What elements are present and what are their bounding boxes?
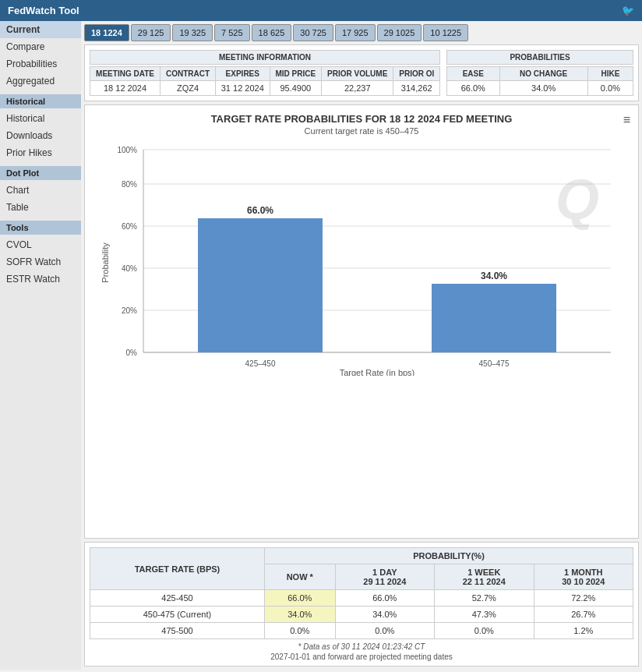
sidebar-section-dot-plot: Dot Plot <box>0 166 81 180</box>
prob-value-cell: 0.0% <box>435 623 534 639</box>
sidebar-item-historical[interactable]: Historical <box>0 110 81 127</box>
svg-text:80%: 80% <box>122 180 137 189</box>
svg-text:66.0%: 66.0% <box>247 205 273 216</box>
meeting-headers: MEETING DATECONTRACTEXPIRESMID PRICEPRIO… <box>90 67 440 81</box>
col-1month: 1 MONTH 30 10 2024 <box>534 564 633 590</box>
bar-chart: 0% 20% 40% 60% 80% 100% 66.0% 425–450 34… <box>93 142 630 376</box>
meeting-col-header: EXPIRES <box>215 67 270 81</box>
prob-value-cell: 66.0% <box>335 590 434 607</box>
sidebar-item-prior-hikes[interactable]: Prior Hikes <box>0 144 81 161</box>
svg-text:60%: 60% <box>122 222 137 231</box>
sidebar-item-sofr-watch[interactable]: SOFR Watch <box>0 253 81 271</box>
chart-menu-icon[interactable]: ≡ <box>623 113 630 127</box>
prob-headers: EASENO CHANGEHIKE <box>447 67 633 81</box>
tab-6[interactable]: 17 925 <box>335 24 376 41</box>
tab-7[interactable]: 29 1025 <box>377 24 422 41</box>
sidebar-item-probabilities[interactable]: Probabilities <box>0 55 81 73</box>
tab-2[interactable]: 19 325 <box>172 24 213 41</box>
prob-data: 66.0%34.0%0.0% <box>447 81 633 96</box>
svg-text:Target Rate (in bps): Target Rate (in bps) <box>340 368 415 376</box>
prob-value-cell: 47.3% <box>435 607 534 623</box>
probability-table: TARGET RATE (BPS) PROBABILITY(%) NOW * 1… <box>90 547 633 639</box>
meeting-info-header: MEETING INFORMATION <box>90 50 440 65</box>
tab-8[interactable]: 10 1225 <box>423 24 468 41</box>
col-probability-header: PROBABILITY(%) <box>264 548 633 564</box>
prob-col-header: HIKE <box>587 67 633 81</box>
sidebar-section-tools: Tools <box>0 221 81 235</box>
probabilities-section: PROBABILITIES EASENO CHANGEHIKE 66.0%34.… <box>446 50 633 96</box>
svg-text:40%: 40% <box>122 264 137 273</box>
main-content: 18 122429 12519 3257 52518 62530 72517 9… <box>81 21 642 670</box>
sidebar-section-historical: Historical <box>0 94 81 108</box>
tab-3[interactable]: 7 525 <box>214 24 250 41</box>
meeting-cell: 95.4900 <box>270 81 321 96</box>
svg-text:0%: 0% <box>126 348 138 357</box>
svg-text:Probability: Probability <box>101 242 110 283</box>
prob-col-header: EASE <box>447 67 500 81</box>
prob-col-header: NO CHANGE <box>499 67 587 81</box>
svg-text:450–475: 450–475 <box>479 359 510 368</box>
table-row: 425-45066.0%66.0%52.7%72.2% <box>90 590 633 607</box>
bar-450-475 <box>432 284 556 352</box>
prob-value-cell: 0.0% <box>335 623 434 639</box>
bar-425-450 <box>198 218 323 352</box>
footnote2: 2027-01-01 and forward are projected mee… <box>90 653 633 661</box>
bottom-table-card: TARGET RATE (BPS) PROBABILITY(%) NOW * 1… <box>84 542 639 667</box>
meeting-cell: 22,237 <box>321 81 393 96</box>
prob-value-cell: 1.2% <box>534 623 633 639</box>
chart-title: TARGET RATE PROBABILITIES FOR 18 12 2024… <box>93 113 630 125</box>
sidebar-item-aggregated[interactable]: Aggregated <box>0 73 81 90</box>
prob-value-cell: 0.0% <box>264 623 335 639</box>
col-target-rate: TARGET RATE (BPS) <box>90 548 265 590</box>
svg-text:425–450: 425–450 <box>245 359 276 368</box>
table-row: 475-5000.0%0.0%0.0%1.2% <box>90 623 633 639</box>
sidebar-item-table[interactable]: Table <box>0 199 81 216</box>
prob-bottom-body: 425-45066.0%66.0%52.7%72.2%450-475 (Curr… <box>90 590 633 639</box>
prob-value-cell: 52.7% <box>435 590 534 607</box>
table-row: 450-475 (Current)34.0%34.0%47.3%26.7% <box>90 607 633 623</box>
sidebar-item-chart[interactable]: Chart <box>0 182 81 199</box>
sidebar-item-current[interactable]: Current <box>0 21 81 38</box>
twitter-icon: 🐦 <box>622 5 634 16</box>
tab-0[interactable]: 18 1224 <box>84 24 129 41</box>
meeting-col-header: CONTRACT <box>160 67 216 81</box>
tab-4[interactable]: 18 625 <box>252 24 292 41</box>
meeting-col-header: PRIOR OI <box>393 67 440 81</box>
meeting-col-header: MEETING DATE <box>90 67 160 81</box>
prob-cell: 34.0% <box>499 81 587 96</box>
sidebar-item-estr-watch[interactable]: ESTR Watch <box>0 271 81 288</box>
tab-5[interactable]: 30 725 <box>293 24 333 41</box>
sidebar-item-downloads[interactable]: Downloads <box>0 127 81 144</box>
prob-value-cell: 72.2% <box>534 590 633 607</box>
sidebar-item-cvol[interactable]: CVOL <box>0 236 81 253</box>
meeting-col-header: MID PRICE <box>270 67 321 81</box>
prob-value-cell: 34.0% <box>335 607 434 623</box>
svg-text:100%: 100% <box>117 146 137 154</box>
meeting-cell: 18 12 2024 <box>90 81 160 96</box>
col-1week: 1 WEEK 22 11 2024 <box>435 564 534 590</box>
prob-cell: 0.0% <box>587 81 633 96</box>
chart-subtitle: Current target rate is 450–475 <box>93 126 630 136</box>
meeting-info-table: MEETING DATECONTRACTEXPIRESMID PRICEPRIO… <box>90 66 440 96</box>
app-title: FedWatch Tool <box>8 5 79 16</box>
prob-value-cell: 26.7% <box>534 607 633 623</box>
sidebar: Current Compare Probabilities Aggregated… <box>0 21 81 670</box>
probabilities-header: PROBABILITIES <box>446 50 633 65</box>
titlebar: FedWatch Tool 🐦 <box>0 0 642 21</box>
meeting-col-header: PRIOR VOLUME <box>321 67 393 81</box>
svg-text:34.0%: 34.0% <box>481 271 507 281</box>
rate-cell: 450-475 (Current) <box>90 607 265 623</box>
probabilities-table: EASENO CHANGEHIKE 66.0%34.0%0.0% <box>446 66 633 96</box>
sidebar-item-compare[interactable]: Compare <box>0 38 81 55</box>
prob-cell: 66.0% <box>447 81 500 96</box>
rate-cell: 475-500 <box>90 623 265 639</box>
meeting-card: MEETING INFORMATION MEETING DATECONTRACT… <box>84 44 639 101</box>
meeting-cell: ZQZ4 <box>160 81 216 96</box>
prob-value-cell: 66.0% <box>264 590 335 607</box>
meeting-data: 18 12 2024ZQZ431 12 202495.490022,237314… <box>90 81 440 96</box>
rate-cell: 425-450 <box>90 590 265 607</box>
col-1day: 1 DAY 29 11 2024 <box>335 564 434 590</box>
prob-value-cell: 34.0% <box>264 607 335 623</box>
footnote: * Data as of 30 11 2024 01:23:42 CT <box>90 642 633 651</box>
tab-1[interactable]: 29 125 <box>131 24 171 41</box>
